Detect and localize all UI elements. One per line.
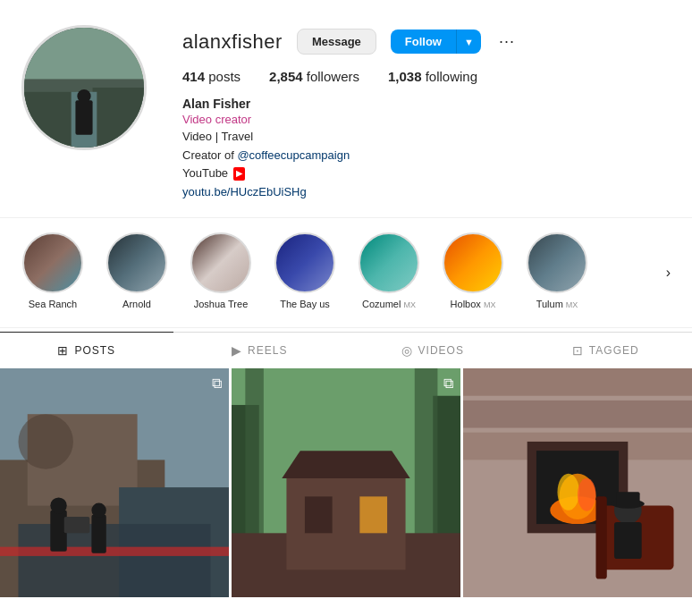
svg-point-39 (557, 473, 579, 510)
svg-rect-33 (463, 400, 692, 427)
highlight-item-holbox[interactable]: Holbox MX (442, 232, 504, 309)
highlight-circle (443, 232, 503, 293)
highlights-next-button[interactable]: › (666, 265, 671, 281)
profile-youtube-line: YouTube ▶ (182, 165, 656, 182)
tab-label-tagged: TAGGED (589, 344, 639, 357)
tab-label-posts: POSTS (74, 344, 115, 357)
posts-grid (0, 368, 692, 597)
reels-icon: ▶ (232, 343, 242, 358)
tab-posts[interactable]: ⊞POSTS (0, 332, 173, 368)
highlight-label: Tulum MX (536, 299, 578, 309)
profile-top-row: alanxfisher Message Follow ▼ ··· (182, 29, 656, 55)
highlight-label: Cozumel MX (362, 299, 416, 309)
svg-point-18 (91, 502, 105, 517)
posts-icon: ⊞ (57, 343, 69, 358)
following-label: following (426, 69, 477, 84)
svg-rect-5 (75, 100, 92, 134)
follow-dropdown-button[interactable]: ▼ (456, 30, 481, 54)
svg-rect-14 (0, 546, 229, 555)
post-image (463, 368, 692, 597)
username: alanxfisher (182, 30, 283, 54)
svg-rect-27 (305, 496, 333, 533)
svg-point-16 (50, 497, 66, 513)
multi-photo-icon (212, 376, 222, 392)
stats-row: 414 posts 2,854 followers 1,038 followin… (182, 69, 656, 84)
highlight-item-cozumel[interactable]: Cozumel MX (358, 232, 420, 309)
profile-name: Alan Fisher (182, 97, 656, 111)
highlight-circle (22, 232, 83, 293)
profile-section: alanxfisher Message Follow ▼ ··· 414 pos… (0, 0, 692, 217)
avatar (21, 25, 147, 150)
highlight-label: The Bay us (280, 299, 330, 309)
followers-label: followers (307, 69, 359, 84)
follow-group: Follow ▼ (391, 30, 481, 54)
profile-bio-2: Creator of @coffeecupcampaign (182, 147, 656, 165)
more-options-button[interactable]: ··· (495, 32, 519, 51)
svg-marker-29 (282, 451, 409, 478)
svg-point-11 (18, 414, 72, 468)
highlight-item-tulum[interactable]: Tulum MX (526, 232, 588, 309)
message-button[interactable]: Message (297, 29, 376, 55)
highlight-label: Sea Ranch (29, 299, 77, 309)
highlight-item-sea-ranch[interactable]: Sea Ranch (21, 232, 84, 309)
highlight-circle (527, 232, 587, 293)
highlight-label: Arnold (122, 299, 151, 309)
highlight-circle (359, 232, 419, 293)
highlight-circle (274, 232, 335, 293)
svg-rect-17 (91, 514, 105, 553)
highlight-label: Joshua Tree (194, 299, 249, 309)
svg-rect-2 (24, 92, 75, 148)
highlights-row: Sea RanchArnoldJoshua TreeThe Bay usCozu… (21, 232, 671, 309)
posts-stat[interactable]: 414 posts (182, 69, 241, 84)
highlight-label: Holbox MX (451, 299, 496, 309)
videos-icon: ◎ (401, 343, 413, 358)
following-stat[interactable]: 1,038 following (388, 69, 477, 84)
highlight-item-the-bay-us[interactable]: The Bay us (274, 232, 336, 309)
tagged-icon: ⊡ (572, 343, 584, 358)
post-item-3[interactable] (463, 368, 692, 597)
svg-rect-26 (286, 477, 405, 569)
tab-reels[interactable]: ▶REELS (173, 332, 347, 368)
svg-rect-32 (463, 368, 692, 396)
tabs-section: ⊞POSTS▶REELS◎VIDEOS⊡TAGGED (0, 332, 692, 368)
tab-label-videos: VIDEOS (418, 344, 464, 357)
svg-rect-13 (18, 524, 210, 597)
avatar-image (24, 28, 144, 148)
highlight-item-arnold[interactable]: Arnold (105, 232, 168, 309)
highlight-circle (190, 232, 251, 293)
highlights-section: Sea RanchArnoldJoshua TreeThe Bay usCozu… (0, 217, 692, 328)
svg-rect-42 (595, 496, 606, 578)
highlight-item-joshua-tree[interactable]: Joshua Tree (190, 232, 252, 309)
highlight-circle (106, 232, 167, 293)
profile-bio-1: Video | Travel (182, 128, 656, 146)
profile-title: Video creator (182, 113, 656, 126)
posts-count: 414 (182, 69, 205, 84)
svg-rect-19 (64, 516, 90, 532)
profile-external-link[interactable]: youtu.be/HUczEbUiSHg (182, 185, 307, 198)
svg-point-40 (578, 477, 595, 511)
posts-label: posts (208, 69, 241, 84)
followers-count: 2,854 (269, 69, 303, 84)
follow-button[interactable]: Follow (391, 30, 456, 54)
profile-info: alanxfisher Message Follow ▼ ··· 414 pos… (182, 25, 656, 199)
tab-label-reels: REELS (248, 344, 287, 357)
svg-point-6 (77, 89, 90, 103)
youtube-badge: ▶ (233, 167, 245, 181)
followers-stat[interactable]: 2,854 followers (269, 69, 359, 84)
following-count: 1,038 (388, 69, 422, 84)
post-item-1[interactable] (0, 368, 229, 597)
svg-rect-28 (359, 496, 387, 533)
tab-tagged[interactable]: ⊡TAGGED (519, 332, 693, 368)
svg-rect-3 (93, 88, 144, 148)
post-image (232, 368, 460, 597)
post-image (0, 368, 229, 597)
tab-videos[interactable]: ◎VIDEOS (346, 332, 519, 368)
post-item-2[interactable] (232, 368, 460, 597)
youtube-label: YouTube (182, 166, 228, 180)
svg-rect-46 (616, 492, 640, 506)
multi-photo-icon (443, 376, 453, 392)
profile-link-line: youtu.be/HUczEbUiSHg (182, 183, 656, 199)
avatar-container (21, 25, 147, 150)
svg-rect-44 (614, 522, 642, 559)
coffeecup-link[interactable]: @coffeecupcampaign (237, 148, 350, 162)
